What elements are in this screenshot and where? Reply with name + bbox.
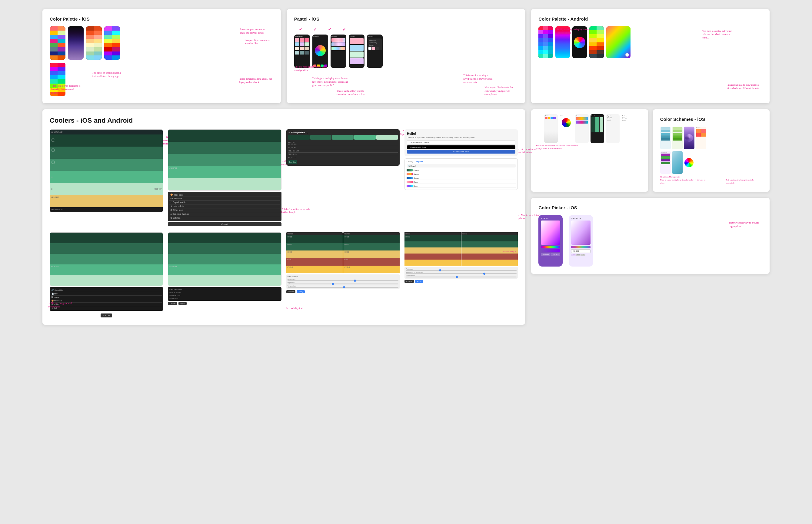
acc-slider-3-track[interactable] bbox=[406, 277, 517, 277]
slider-2[interactable] bbox=[288, 283, 399, 284]
picker-copy-rgb-btn[interactable]: Copy RGB bbox=[551, 253, 560, 256]
cancel-btn[interactable]: Cancel bbox=[168, 222, 281, 226]
comp-c3-r: #E9E83 bbox=[343, 250, 400, 258]
library-panel: Library Explore 🔍 Search Forest Suns bbox=[405, 159, 518, 190]
coolers-pal2-c3 bbox=[168, 154, 281, 166]
coolers-pal2-c5 bbox=[168, 178, 281, 190]
acc-c4 bbox=[405, 253, 461, 260]
apply-btn-3[interactable]: Apply bbox=[415, 280, 423, 283]
cancel-btn-4[interactable]: Cancel bbox=[286, 290, 296, 293]
schemes-annot-2: Nice to show multiple options for color … bbox=[660, 179, 706, 185]
library-items: Forest Sunset Ocean bbox=[407, 169, 516, 188]
settings-item-2: Accessibility bbox=[369, 42, 381, 44]
blindness-deutan[interactable]: Deuteranopia bbox=[169, 294, 280, 296]
slider-2-handle bbox=[332, 283, 334, 285]
export-pdf[interactable]: 📄 PDF bbox=[51, 292, 162, 296]
scheme-cols-5 bbox=[661, 153, 670, 164]
bot-pal-1-c5 bbox=[50, 275, 163, 285]
coolers-bot-pal-1: #52B788 bbox=[50, 232, 163, 286]
copy-icon: 🔗 bbox=[51, 289, 54, 291]
pastel-content-wrapper: ✓ ✓ ✓ ✓ All Palettes bbox=[294, 26, 518, 96]
blindness-protan[interactable]: Protanopia bbox=[169, 297, 280, 299]
palette-hex-6: #E9C46A bbox=[51, 196, 59, 198]
menu-gradient-fashion[interactable]: ◈ Generate fashion bbox=[169, 212, 280, 216]
export-image[interactable]: 🖼 Image bbox=[51, 296, 162, 299]
coolers-content-wrapper: ☰ COOLED C O O ✕ bbox=[50, 129, 518, 317]
ios-phone-screen-3 bbox=[86, 26, 102, 60]
cancel-btn-3[interactable]: Cancel bbox=[168, 302, 177, 305]
android-annotation-2: Also nice to display individual colors a… bbox=[702, 29, 732, 40]
scheme-s1-1 bbox=[661, 127, 670, 130]
scheme-s2-4 bbox=[672, 135, 682, 138]
library-search[interactable]: 🔍 Search bbox=[407, 164, 516, 167]
slider-3[interactable] bbox=[288, 287, 399, 288]
lib-name-2: Sunset bbox=[413, 173, 419, 175]
apply-btn-2[interactable]: Apply bbox=[297, 290, 305, 293]
palette-color-1: C bbox=[50, 134, 163, 147]
bot-pal-2-c3 bbox=[168, 254, 281, 264]
mini-screen-2: Color bbox=[559, 114, 573, 143]
scheme-screen-6 bbox=[672, 151, 683, 174]
hello-pro-btn[interactable]: Continue with email bbox=[407, 150, 515, 153]
scheme-phone-5: Complementary bbox=[660, 151, 671, 174]
accessibility-panel: Color blindness Normal Vision Deuteranop… bbox=[168, 287, 281, 301]
picker2-hex-label: HEX bbox=[571, 254, 575, 256]
pastel-label-2: Gradient bbox=[313, 35, 327, 37]
menu-export-palette[interactable]: ↗ Export palette bbox=[169, 200, 280, 204]
menu-add-colors[interactable]: + Add colors bbox=[169, 197, 280, 200]
coolers-more-btn[interactable]: ⋯ bbox=[61, 208, 63, 211]
android-phone-4 bbox=[589, 26, 604, 58]
acc-pal-right: #20733 bbox=[461, 232, 518, 266]
pastel-phone-1: All Palettes bbox=[294, 34, 310, 68]
schemes-annot-3: & it has to add with options to be acces… bbox=[726, 179, 762, 185]
settings-item-3: Display bbox=[369, 44, 381, 46]
slider-1-handle bbox=[354, 280, 356, 282]
vp-hex-label-3: HNL, 51, 100 bbox=[288, 150, 398, 152]
picker2-hex-input[interactable]: #884C09 bbox=[571, 249, 590, 253]
main-canvas: Color Palette - iOS bbox=[43, 9, 769, 325]
picker-hue-slider[interactable] bbox=[541, 246, 560, 248]
acc-slider-1-track[interactable] bbox=[406, 270, 517, 271]
checkmark-3: ✓ bbox=[328, 26, 332, 32]
comp-c5-r: #F7C548 bbox=[343, 266, 400, 273]
picker-action-row: Copy Hex Copy RGB bbox=[541, 253, 560, 256]
coolers-generate-btn[interactable]: Generate bbox=[51, 208, 60, 211]
coolers-col-4: Hello! Continue or sign up for one of ou… bbox=[405, 129, 518, 226]
mini-wheel bbox=[562, 118, 571, 127]
picker2-hue-slider[interactable] bbox=[571, 246, 590, 248]
pastel-annotation-1: This is a nice gallery for the user's sa… bbox=[294, 65, 327, 72]
slider-1[interactable] bbox=[288, 280, 399, 281]
scheme-label-5: Complementary bbox=[661, 152, 670, 153]
palette-color-4: ✕ bbox=[50, 171, 163, 183]
export-copy-url[interactable]: 🔗 Copy URL bbox=[51, 288, 162, 292]
lib-tab-library[interactable]: Library bbox=[407, 161, 413, 163]
android-content: Really nice way to display current color… bbox=[538, 26, 762, 96]
picker-alpha-slider[interactable] bbox=[541, 249, 560, 252]
palette-color-6: #E9C46A bbox=[50, 195, 163, 207]
picker-copy-hex-btn[interactable]: Copy Hex bbox=[541, 253, 550, 256]
lib-tab-explore[interactable]: Explore bbox=[416, 161, 423, 163]
lib-swatch-4 bbox=[407, 181, 413, 183]
hello-google-btn[interactable]: G Continue with Google bbox=[407, 140, 515, 145]
settings-text-preview bbox=[369, 47, 381, 50]
comparison-right: #20733 #20733 #38883 #E9E83 #A84C3 #F7C5… bbox=[343, 232, 400, 273]
acc-c5-r bbox=[461, 260, 518, 266]
acc-slider-2-track[interactable] bbox=[406, 273, 517, 274]
ios-phone-2 bbox=[68, 26, 84, 60]
blindness-normal[interactable]: Normal Vision bbox=[169, 291, 280, 294]
schemes-row-2: Complementary bbox=[660, 151, 762, 174]
pastel-custom-swatches bbox=[331, 38, 345, 67]
scheme-phone-1 bbox=[660, 127, 671, 149]
ios-annotation-2: Compact & previous to it, also nice tile… bbox=[245, 38, 272, 45]
menu-settings[interactable]: ⚙ Settings bbox=[169, 216, 280, 220]
coolers-bot-col-2: #52B788 Color blindness Normal Vision De… bbox=[168, 232, 281, 317]
google-btn-label: Continue with Google bbox=[411, 142, 429, 143]
cancel-btn-2[interactable]: Cancel bbox=[101, 313, 112, 317]
apply-btn-1[interactable]: Apply bbox=[178, 302, 186, 305]
cancel-btn-5[interactable]: Cancel bbox=[405, 280, 414, 283]
menu-note-palette[interactable]: ★ Note palette bbox=[169, 204, 280, 208]
lib-name-4: Rose bbox=[413, 181, 418, 183]
menu-pick-color[interactable]: 🎨 Pick color bbox=[169, 193, 280, 197]
hello-apple-btn[interactable]:  Continue with Apple bbox=[407, 145, 515, 149]
menu-other-tools[interactable]: ⚙ Other tools bbox=[169, 208, 280, 212]
